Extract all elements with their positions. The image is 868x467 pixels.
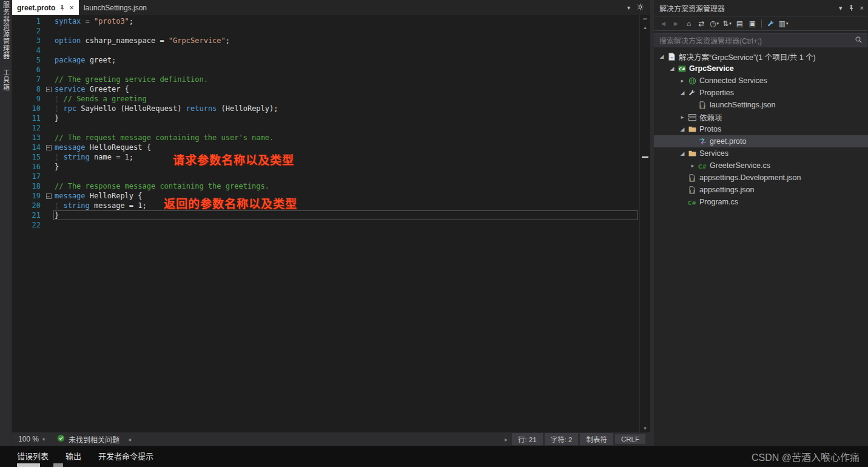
code-line[interactable]: 6 [12,65,639,75]
code-line[interactable]: 9¦ // Sends a greeting [12,94,639,104]
expanded-chevron-icon[interactable]: ◢ [658,53,666,59]
zoom-select[interactable]: 100 % ▾ [12,435,51,443]
properties-icon[interactable] [764,18,777,30]
code-line[interactable]: 14−message HelloRequest { [12,143,639,152]
tree-item[interactable]: ◢Properties [654,87,868,99]
panel-pin-icon[interactable] [848,4,855,12]
code-line[interactable]: 22 [12,220,639,230]
code-editor[interactable]: 1syntax = "proto3";23option csharp_names… [12,15,650,432]
search-input[interactable]: 搜索解决方案资源管理器(Ctrl+;) [654,33,867,47]
code-area[interactable]: 1syntax = "proto3";23option csharp_names… [12,16,639,230]
home-icon[interactable]: ⌂ [682,18,695,30]
tree-item[interactable]: greet.proto [654,135,868,147]
tree-item-label: Program.cs [699,198,738,206]
scroll-right-arrow-icon[interactable]: ▸ [502,436,510,443]
open-documents-chevron-icon[interactable]: ▾ [627,4,630,11]
editor-vertical-scrollbar[interactable]: ═ ▴ ▾ [639,15,650,432]
show-all-files-icon[interactable]: ▤ [733,18,746,30]
code-line[interactable]: 15¦ string name = 1; [12,152,639,162]
code-line[interactable]: 16} [12,162,639,172]
hscroll-track[interactable] [133,432,502,446]
tree-item[interactable]: ▸依赖项 [654,111,868,123]
panel-header: 解决方案资源管理器 ▾ × [654,0,868,16]
code-line[interactable]: 20¦ string message = 1; [12,201,639,210]
tree-item[interactable]: ◢Protos [654,123,868,135]
tree-item[interactable]: { }appsettings.Development.json [654,172,868,184]
panel-tab[interactable]: 输出 [66,450,81,462]
tree-item[interactable]: ▸C#GreeterService.cs [654,160,868,172]
code-line[interactable]: 17 [12,172,639,181]
pending-changes-filter-icon[interactable]: ◷▾ [708,18,721,30]
tree-item[interactable]: ▸Connected Services [654,75,868,87]
code-line[interactable]: 8−service Greeter { [12,84,639,94]
toolbar-divider [761,19,762,28]
code-line[interactable]: 5package greet; [12,55,639,65]
panel-chevron-icon[interactable]: ▾ [839,4,843,12]
code-line[interactable]: 19−message HelloReply { [12,191,639,201]
close-tab-icon[interactable]: × [69,4,74,12]
tree-item[interactable]: ◢Services [654,147,868,160]
code-line[interactable]: 21} [12,210,639,220]
collapsed-chevron-icon[interactable]: ▸ [678,114,687,120]
tree-item-label: 依赖项 [699,112,722,123]
navigate-forward-icon[interactable]: ► [670,18,682,30]
code-line[interactable]: 4 [12,45,639,55]
collapsed-chevron-icon[interactable]: ▸ [688,163,697,169]
tree-item[interactable]: ◢C#GrpcService [654,62,868,75]
tool-strip-tab[interactable]: 服务器资源管理器 [1,1,11,59]
pin-tab-icon[interactable] [59,4,66,12]
fold-column [44,162,53,172]
code-line[interactable]: 1syntax = "proto3"; [12,16,639,26]
collapse-all-icon[interactable]: ▣ [746,18,759,30]
fold-marker-icon[interactable]: − [46,87,52,92]
csproj-icon: C# [676,64,687,73]
code-line[interactable]: 11} [12,113,639,123]
code-text: package greet; [55,55,116,65]
document-tab[interactable]: launchSettings.json [79,0,152,15]
scroll-left-arrow-icon[interactable]: ◂ [126,436,133,443]
panel-tab[interactable]: 开发者命令提示 [98,450,153,462]
panel-tab[interactable]: 错误列表 [17,450,49,462]
expanded-chevron-icon[interactable]: ◢ [678,90,687,96]
navigate-back-icon[interactable]: ◄ [657,18,670,30]
scroll-up-arrow-icon[interactable]: ▴ [640,24,650,30]
sync-with-active-document-icon[interactable]: ⇄ [695,18,708,30]
tree-item[interactable]: { }launchSettings.json [654,99,868,111]
tree-item[interactable]: C#Program.cs [654,196,868,208]
svg-text:C#: C# [698,163,707,169]
code-analysis-status[interactable]: 未找到相关问题 [51,434,126,445]
expanded-chevron-icon[interactable]: ◢ [678,150,687,156]
code-line[interactable]: 12 [12,123,639,133]
code-line[interactable]: 3option csharp_namespace = "GrpcService"… [12,36,639,45]
panel-close-icon[interactable]: × [860,4,864,12]
collapsed-chevron-icon[interactable]: ▸ [678,78,687,84]
fold-marker-icon[interactable]: − [46,193,52,199]
split-editor-handle[interactable]: ═ [640,16,650,22]
fold-column [44,55,53,65]
scroll-down-arrow-icon[interactable]: ▾ [640,425,650,431]
line-number: 4 [12,45,44,55]
eol-indicator[interactable]: CRLF [615,434,645,444]
editor-horizontal-scrollbar[interactable]: ◂ ▸ [126,432,510,446]
code-line[interactable]: 13// The request message containing the … [12,133,639,143]
line-indicator[interactable]: 行: 21 [512,433,543,445]
analysis-message: 未找到相关问题 [69,434,119,445]
code-line[interactable]: 2 [12,26,639,36]
tree-item[interactable]: { }appsettings.json [654,184,868,196]
code-line[interactable]: 10¦ rpc SayHello (HelloRequest) returns … [12,104,639,113]
expanded-chevron-icon[interactable]: ◢ [678,126,687,132]
indentation-indicator[interactable]: 制表符 [580,433,613,445]
fold-column [44,104,53,113]
editor-options-gear-icon[interactable] [636,2,644,13]
expanded-chevron-icon[interactable]: ◢ [668,66,676,72]
column-indicator[interactable]: 字符: 2 [545,433,579,445]
preview-selected-items-icon[interactable]: ▥▾ [777,18,790,30]
tool-strip-tab[interactable]: 工具箱 [1,69,11,91]
search-icon[interactable] [855,36,863,45]
code-line[interactable]: 7// The greeting service definition. [12,75,639,84]
fold-marker-icon[interactable]: − [46,145,52,150]
document-tab[interactable]: greet.proto× [12,0,79,15]
tree-item[interactable]: ◢∞解决方案“GrpcService”(1 个项目/共 1 个) [654,50,868,62]
sort-order-icon[interactable]: ⇅▾ [721,18,733,30]
code-line[interactable]: 18// The response message containing the… [12,181,639,191]
